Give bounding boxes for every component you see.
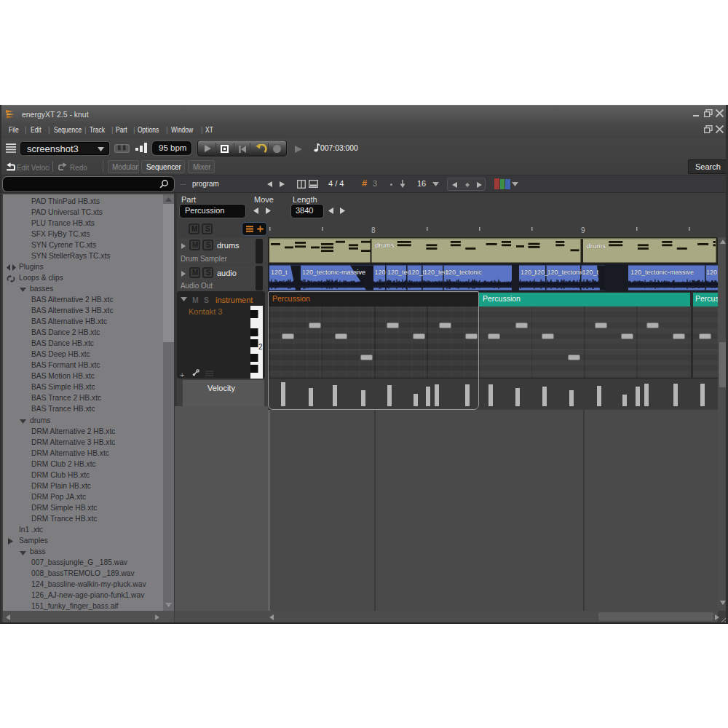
svg-text:9: 9 <box>581 226 585 234</box>
svg-text:120_t: 120_t <box>582 269 599 276</box>
svg-text:120_t: 120_t <box>408 269 425 276</box>
svg-text:120_tectonic: 120_tectonic <box>547 269 585 276</box>
svg-text:120_tectonic-massive: 120_tectonic-massive <box>302 269 365 276</box>
svg-text:drums: drums <box>375 241 395 249</box>
svg-text:120_tectonic-massive: 120_tectonic-massive <box>630 269 694 276</box>
svg-text:120: 120 <box>706 269 717 276</box>
svg-text:120_tectonic: 120_tectonic <box>445 269 483 276</box>
svg-text:drums: drums <box>587 242 606 250</box>
svg-text:120: 120 <box>375 269 386 276</box>
svg-text:2: 2 <box>258 343 263 351</box>
svg-text:8: 8 <box>371 226 376 234</box>
svg-text:120_t: 120_t <box>271 269 288 276</box>
